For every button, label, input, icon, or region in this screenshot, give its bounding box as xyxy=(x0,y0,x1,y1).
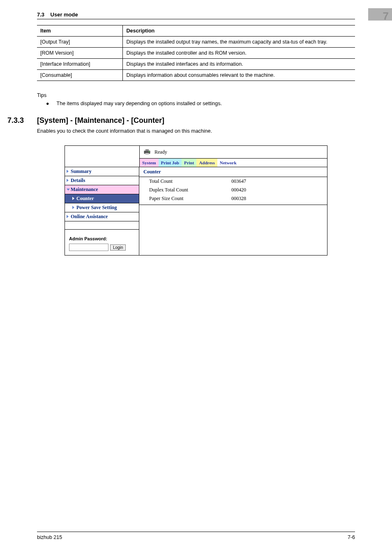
chapter-number: 7 xyxy=(383,10,389,23)
nav-blank-row xyxy=(65,221,139,230)
admin-password-label: Admin Password: xyxy=(69,236,135,241)
counter-row: Paper Size Count 000328 xyxy=(139,194,327,203)
counter-label: Total Count xyxy=(149,178,231,184)
nav-online-assistance[interactable]: Online Assistance xyxy=(65,212,139,221)
section-title: User mode xyxy=(51,12,78,18)
tips-bullet: ● The items displayed may vary depending… xyxy=(37,101,355,106)
cell-item: [Output Tray] xyxy=(37,37,123,48)
table-row: [Interface Information] Displays the ins… xyxy=(37,59,355,70)
nav-label: Maintenance xyxy=(71,187,98,192)
tips-section: Tips ● The items displayed may vary depe… xyxy=(37,92,355,106)
tab-print[interactable]: Print xyxy=(182,159,196,167)
webui-panel: Ready System Print Job Print Address Net… xyxy=(65,145,327,256)
nav-details[interactable]: Details xyxy=(65,176,139,185)
chevron-down-icon xyxy=(67,189,70,191)
counter-value: 000328 xyxy=(231,196,246,202)
page-footer: bizhub 215 7-6 xyxy=(37,532,355,540)
nav-maintenance[interactable]: Maintenance xyxy=(65,185,139,194)
nav-label: Online Assistance xyxy=(71,214,108,219)
subsection-body: Enables you to check the count informati… xyxy=(37,128,355,134)
nav-counter[interactable]: Counter xyxy=(65,194,139,203)
description-table: Item Description [Output Tray] Displays … xyxy=(37,25,355,81)
svg-rect-1 xyxy=(145,149,149,151)
chapter-badge: 7 xyxy=(368,8,392,21)
counter-label: Paper Size Count xyxy=(149,196,231,202)
content-separator xyxy=(139,205,327,205)
cell-item: [Interface Information] xyxy=(37,59,123,70)
counter-value: 003647 xyxy=(231,178,246,184)
counter-row: Total Count 003647 xyxy=(139,177,327,186)
footer-page: 7-6 xyxy=(348,534,355,540)
col-header-desc: Description xyxy=(123,25,355,37)
subsection-number: 7.3.3 xyxy=(7,116,37,125)
cell-item: [Consumable] xyxy=(37,70,123,81)
tab-bar: System Print Job Print Address Network xyxy=(140,159,327,167)
chevron-right-icon xyxy=(72,197,74,200)
admin-password-input[interactable] xyxy=(69,244,108,251)
nav-label: Power Save Setting xyxy=(76,205,117,210)
tab-address[interactable]: Address xyxy=(196,159,217,167)
table-row: [ROM Version] Displays the installed con… xyxy=(37,48,355,59)
nav-label: Counter xyxy=(76,196,94,201)
content-heading: Counter xyxy=(139,167,327,177)
webui-top-left-blank xyxy=(65,146,139,167)
side-nav: Summary Details Maintenance Counter Powe… xyxy=(65,167,139,255)
admin-login-area: Admin Password: Login xyxy=(65,230,139,255)
tab-print-job[interactable]: Print Job xyxy=(159,159,182,167)
cell-desc: Displays information about consumables r… xyxy=(123,70,355,81)
chevron-right-icon xyxy=(67,170,69,173)
chevron-right-icon xyxy=(67,215,69,218)
counter-row: Duplex Total Count 000420 xyxy=(139,186,327,194)
footer-product: bizhub 215 xyxy=(37,534,62,540)
page-header: 7.3 User mode xyxy=(37,0,355,19)
counter-label: Duplex Total Count xyxy=(149,187,231,193)
cell-desc: Displays the installed output tray names… xyxy=(123,37,355,48)
tab-system[interactable]: System xyxy=(140,159,159,167)
content-area: Counter Total Count 003647 Duplex Total … xyxy=(139,167,327,255)
login-button[interactable]: Login xyxy=(110,244,126,251)
subsection-title: [System] - [Maintenance] - [Counter] xyxy=(37,116,164,125)
status-text: Ready xyxy=(154,149,167,155)
tab-network[interactable]: Network xyxy=(217,159,239,167)
section-number: 7.3 xyxy=(37,12,44,18)
subsection-header: 7.3.3 [System] - [Maintenance] - [Counte… xyxy=(0,116,355,125)
tips-heading: Tips xyxy=(37,92,355,98)
cell-desc: Displays the installed controller and it… xyxy=(123,48,355,59)
tips-text: The items displayed may vary depending o… xyxy=(57,101,222,106)
counter-value: 000420 xyxy=(231,187,246,193)
cell-desc: Displays the installed interfaces and it… xyxy=(123,59,355,70)
cell-item: [ROM Version] xyxy=(37,48,123,59)
chevron-right-icon xyxy=(72,206,74,209)
col-header-item: Item xyxy=(37,25,123,37)
nav-summary[interactable]: Summary xyxy=(65,167,139,176)
header-left: 7.3 User mode xyxy=(37,12,78,18)
svg-point-3 xyxy=(149,151,150,152)
table-row: [Consumable] Displays information about … xyxy=(37,70,355,81)
nav-label: Summary xyxy=(71,168,92,174)
nav-label: Details xyxy=(71,177,85,183)
table-row: [Output Tray] Displays the installed out… xyxy=(37,37,355,48)
bullet-dot: ● xyxy=(46,101,49,106)
status-bar: Ready xyxy=(140,146,327,159)
chevron-right-icon xyxy=(67,179,69,182)
svg-rect-2 xyxy=(145,153,149,155)
nav-power-save[interactable]: Power Save Setting xyxy=(65,203,139,212)
printer-icon xyxy=(143,148,151,156)
